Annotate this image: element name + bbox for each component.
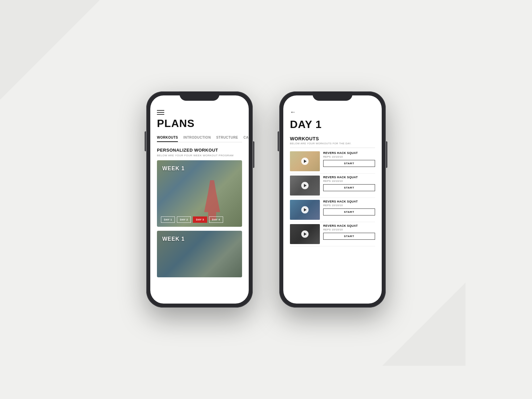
week2-card: WEEK 1 [157,231,242,277]
plans-title: PLANS [157,117,242,130]
exercise-thumb-4 [290,224,320,244]
workouts-section-subtitle: BELOW ARE YOUR WORKOUTS FOR THE DAY. [290,142,375,145]
exercise-name-3: REVERS HACK SQUAT [323,200,375,203]
exercise-thumb-2 [290,176,320,196]
notch-1 [180,91,219,101]
tab-workouts[interactable]: WORKOUTS [157,136,178,142]
play-icon-3 [304,208,307,211]
play-button-3[interactable] [301,206,309,213]
exercise-item-4: REVERS HACK SQUAT REPS 10/10/10 START [290,224,375,246]
header-divider [290,148,375,148]
exercise-info-1: REVERS HACK SQUAT REPS 10/10/10 START [323,151,375,167]
workouts-section-title: WORKOUTS [290,136,375,141]
exercise-reps-3: REPS 10/10/10 [323,204,375,207]
day3-button[interactable]: DAY 3 [193,216,207,223]
exercise-info-3: REVERS HACK SQUAT REPS 10/10/10 START [323,200,375,215]
tab-cardio[interactable]: CARDIO [243,136,249,142]
day2-button[interactable]: DAY 2 [177,216,191,223]
day-buttons: DAY 1 DAY 2 DAY 3 DAY 4 [161,216,223,223]
phone-2-screen: ← DAY 1 WORKOUTS BELOW ARE YOUR WORKOUTS… [283,95,382,304]
phone-1: PLANS WORKOUTS INTRODUCTION STRUCTURE CA… [146,91,253,308]
start-button-3[interactable]: START [323,208,375,215]
play-button-1[interactable] [301,158,309,165]
play-icon-2 [304,184,307,187]
notch-2 [313,91,352,101]
exercise-item-3: REVERS HACK SQUAT REPS 10/10/10 START [290,200,375,222]
play-button-4[interactable] [301,230,309,238]
personalized-workout-title: PERSONALIZED WORKOUT [157,148,242,153]
week1-card: WEEK 1 DAY 1 DAY 2 DAY 3 DAY 4 [157,160,242,227]
day-title: DAY 1 [290,118,375,131]
exercise-item-1: REVERS HACK SQUAT REPS 10/10/10 START [290,151,375,174]
phones-container: PLANS WORKOUTS INTRODUCTION STRUCTURE CA… [146,91,386,308]
exercise-name-2: REVERS HACK SQUAT [323,176,375,179]
exercise-info-4: REVERS HACK SQUAT REPS 10/10/10 START [323,224,375,240]
play-icon-4 [304,232,307,236]
phone-1-screen: PLANS WORKOUTS INTRODUCTION STRUCTURE CA… [150,95,249,304]
day1-button[interactable]: DAY 1 [161,216,175,223]
start-button-2[interactable]: START [323,184,375,191]
week2-label: WEEK 1 [162,236,185,242]
phone1-content: PLANS WORKOUTS INTRODUCTION STRUCTURE CA… [150,95,249,304]
personalized-workout-subtitle: BELOW ARE YOUR FOUR WEEK WORKOUT PROGRAM [157,154,242,157]
exercise-name-4: REVERS HACK SQUAT [323,224,375,227]
exercise-name-1: REVERS HACK SQUAT [323,151,375,155]
start-button-1[interactable]: START [323,160,375,167]
exercise-info-2: REVERS HACK SQUAT REPS 10/10/10 START [323,176,375,191]
day4-button[interactable]: DAY 4 [209,216,223,223]
tab-introduction[interactable]: INTRODUCTION [183,136,211,142]
back-button[interactable]: ← [290,109,375,116]
workouts-header: WORKOUTS BELOW ARE YOUR WORKOUTS FOR THE… [290,136,375,145]
play-button-2[interactable] [301,182,309,189]
exercise-reps-2: REPS 10/10/10 [323,180,375,183]
exercise-reps-1: REPS 10/10/10 [323,155,375,158]
tab-structure[interactable]: STRUCTURE [216,136,238,142]
play-icon-1 [304,160,307,163]
tabs-bar: WORKOUTS INTRODUCTION STRUCTURE CARDIO [157,136,242,142]
start-button-4[interactable]: START [323,233,375,240]
menu-icon[interactable] [157,110,242,115]
exercise-reps-4: REPS 10/10/10 [323,228,375,231]
phone2-content: ← DAY 1 WORKOUTS BELOW ARE YOUR WORKOUTS… [283,95,382,304]
exercise-item-2: REVERS HACK SQUAT REPS 10/10/10 START [290,176,375,198]
phone-2: ← DAY 1 WORKOUTS BELOW ARE YOUR WORKOUTS… [279,91,386,308]
exercise-thumb-1 [290,151,320,171]
exercise-thumb-3 [290,200,320,220]
week1-label: WEEK 1 [162,166,185,172]
